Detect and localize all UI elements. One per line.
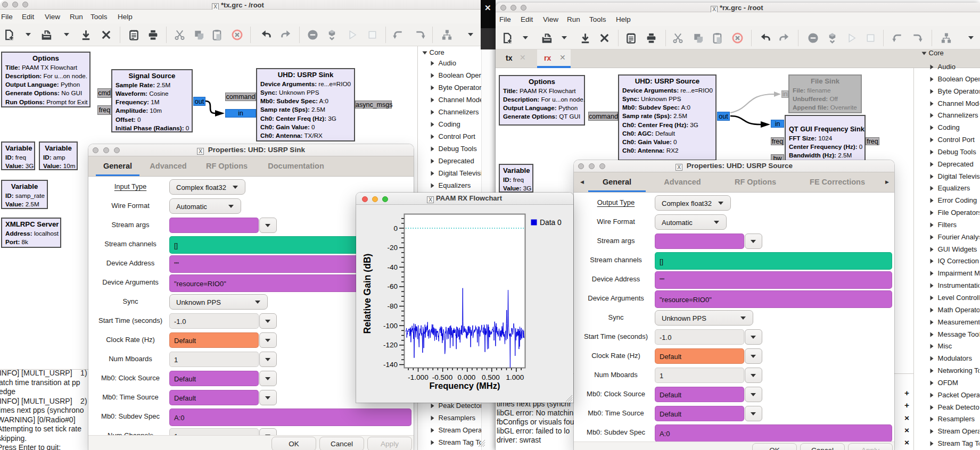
svg-text:-20: -20 (387, 244, 398, 252)
svg-text:Frequency (MHz): Frequency (MHz) (430, 381, 500, 390)
svg-text:0.500: 0.500 (482, 373, 500, 381)
svg-text:-80: -80 (387, 302, 398, 310)
svg-text:-120: -120 (383, 341, 398, 349)
svg-text:1.000: 1.000 (506, 373, 524, 381)
svg-text:-60: -60 (387, 282, 398, 290)
svg-text:Relative Gain (dB): Relative Gain (dB) (362, 254, 373, 334)
svg-text:-100: -100 (383, 322, 398, 330)
svg-text:-40: -40 (387, 263, 398, 271)
svg-text:-0.500: -0.500 (432, 373, 452, 381)
svg-text:-140: -140 (383, 361, 398, 369)
svg-text:0: 0 (393, 224, 398, 232)
svg-text:-1.000: -1.000 (408, 373, 428, 381)
svg-text:0.000: 0.000 (458, 373, 476, 381)
svg-text:Data 0: Data 0 (540, 219, 562, 227)
